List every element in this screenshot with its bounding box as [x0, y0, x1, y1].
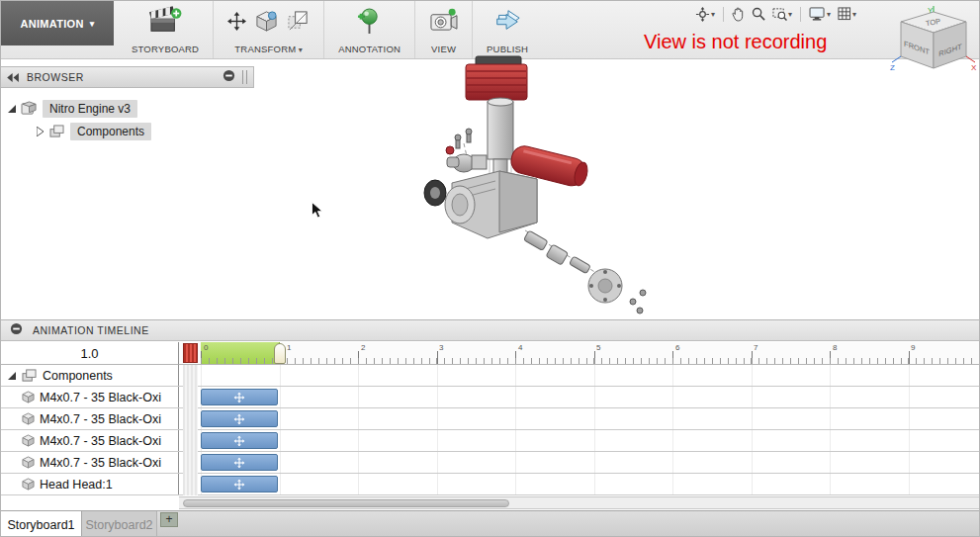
timeline-track[interactable] — [179, 474, 979, 494]
workspace-dropdown[interactable]: ANIMATION — [1, 1, 114, 45]
nav-separator — [800, 7, 801, 22]
minimize-timeline-icon[interactable] — [10, 321, 23, 339]
timeline-ruler[interactable]: 0 1 2 3 4 5 6 7 8 9 — [179, 342, 980, 365]
zoom-window-icon[interactable]: ▾ — [770, 5, 794, 23]
transform-action-bar[interactable] — [201, 476, 278, 492]
row-label: M4x0.7 - 35 Black-Oxi — [40, 391, 161, 404]
minimize-panel-icon[interactable] — [223, 68, 235, 86]
navigation-toolbar: ▾ ▾ ▾ ▾ — [693, 5, 858, 23]
bottom-bar: Storyboard1 Storyboard2 + — [1, 510, 979, 537]
svg-text:X: X — [971, 63, 977, 72]
tick-label: 7 — [754, 343, 757, 352]
ribbon-groups: STORYBOARD — [118, 1, 542, 58]
transform-action-bar[interactable] — [201, 389, 278, 405]
camera-view-icon[interactable] — [429, 8, 458, 38]
row-label-cell[interactable]: M4x0.7 - 35 Black-Oxi — [1, 430, 179, 451]
timeline-row-part: M4x0.7 - 35 Black-Oxi — [1, 430, 979, 452]
svg-text:Z: Z — [890, 63, 895, 72]
pre-roll-marker — [183, 343, 198, 363]
panel-drag-grip[interactable] — [242, 70, 247, 84]
tick-label: 4 — [518, 343, 522, 352]
zoom-window-caret-icon[interactable]: ▾ — [788, 10, 792, 19]
tick-label: 3 — [439, 343, 443, 352]
part-icon — [22, 434, 35, 447]
add-storyboard-button[interactable]: + — [160, 512, 178, 527]
expand-collapse-icon[interactable] — [34, 127, 45, 136]
grid-settings-icon[interactable]: ▾ — [836, 5, 858, 23]
tree-item-label[interactable]: Components — [70, 123, 151, 140]
timeline-title: ANIMATION TIMELINE — [33, 324, 149, 336]
tick-label: 8 — [833, 343, 837, 352]
publish-icon[interactable] — [491, 7, 523, 39]
timeline-row-part: M4x0.7 - 35 Black-Oxi — [1, 408, 979, 430]
grid-caret-icon[interactable]: ▾ — [852, 10, 856, 19]
timeline-track[interactable] — [179, 430, 979, 451]
move-icon[interactable] — [227, 12, 246, 35]
toolbar-ribbon: ANIMATION — [1, 1, 979, 59]
animation-timeline-header: ANIMATION TIMELINE — [1, 319, 979, 341]
recording-status-text: View is not recording — [644, 31, 827, 53]
row-label: M4x0.7 - 35 Black-Oxi — [40, 412, 161, 426]
tree-item-label[interactable]: Nitro Engine v3 — [43, 100, 137, 118]
row-label-cell[interactable]: M4x0.7 - 35 Black-Oxi — [1, 408, 179, 429]
nav-separator — [723, 7, 724, 22]
tree-item-components[interactable]: Components — [1, 120, 254, 142]
timeline-track[interactable] — [179, 408, 979, 429]
scrollbar-thumb[interactable] — [183, 499, 509, 507]
timeline-row-part: Head Head:1 — [1, 474, 979, 495]
workspace-label: ANIMATION — [20, 18, 83, 30]
tick-label: 6 — [675, 343, 679, 352]
tree-item-root[interactable]: Nitro Engine v3 — [1, 97, 254, 120]
row-label-cell[interactable]: Head Head:1 — [1, 474, 179, 494]
expand-collapse-icon[interactable] — [6, 105, 18, 113]
transform-action-bar[interactable] — [201, 454, 278, 471]
row-label: M4x0.7 - 35 Black-Oxi — [40, 434, 161, 448]
playhead-marker[interactable] — [274, 343, 286, 364]
part-icon — [22, 391, 35, 403]
restore-position-icon[interactable] — [287, 10, 310, 37]
orbit-tool-icon[interactable]: ▾ — [693, 5, 717, 23]
engine-3d-model[interactable] — [404, 52, 671, 325]
storyboard-group-label: STORYBOARD — [132, 44, 199, 54]
timeline-row-part: M4x0.7 - 35 Black-Oxi — [1, 387, 979, 408]
row-label-cell[interactable]: Components — [1, 365, 179, 386]
row-label-cell[interactable]: M4x0.7 - 35 Black-Oxi — [1, 452, 179, 473]
browser-tree: Nitro Engine v3 Components — [1, 88, 254, 142]
row-label: Head Head:1 — [40, 478, 113, 492]
group-view[interactable]: VIEW — [414, 1, 472, 58]
tab-storyboard2[interactable]: Storyboard2 — [82, 511, 157, 537]
group-annotation[interactable]: ANNOTATION — [323, 1, 414, 58]
group-publish[interactable]: PUBLISH — [472, 1, 542, 58]
display-settings-icon[interactable]: ▾ — [807, 5, 833, 23]
annotation-icon[interactable] — [357, 7, 382, 40]
group-storyboard[interactable]: STORYBOARD — [118, 1, 213, 58]
group-transform: TRANSFORM — [213, 1, 323, 58]
browser-header: BROWSER — [1, 66, 254, 88]
timeline-track[interactable] — [179, 365, 979, 386]
orbit-caret-icon[interactable]: ▾ — [711, 10, 715, 19]
svg-text:Y: Y — [928, 6, 934, 15]
tick-label: 2 — [361, 343, 365, 352]
zoom-tool-icon[interactable] — [750, 5, 767, 23]
timeline-track[interactable] — [179, 452, 979, 473]
transform-action-bar[interactable] — [201, 432, 278, 449]
timeline-row-components: Components — [1, 365, 979, 387]
tick-label: 9 — [911, 343, 915, 352]
pre-roll-column-shade — [183, 365, 198, 495]
transform-action-bar[interactable] — [201, 410, 278, 427]
transform-group-dropdown[interactable]: TRANSFORM — [234, 44, 303, 54]
storyboard-icon[interactable] — [148, 6, 182, 40]
timeline-track[interactable] — [179, 387, 979, 407]
components-folder-icon — [21, 369, 38, 383]
fusion-animation-window: ANIMATION — [0, 0, 980, 537]
row-label-cell[interactable]: M4x0.7 - 35 Black-Oxi — [1, 387, 179, 407]
annotation-group-label: ANNOTATION — [338, 44, 401, 54]
expand-collapse-icon[interactable] — [6, 372, 18, 380]
collapse-panel-icon[interactable] — [7, 68, 20, 86]
pan-hand-icon[interactable] — [730, 5, 747, 23]
tab-storyboard1[interactable]: Storyboard1 — [1, 511, 82, 537]
transform-components-icon[interactable] — [255, 10, 278, 37]
timeline-horizontal-scrollbar[interactable] — [179, 496, 980, 509]
viewcube[interactable]: TOP FRONT RIGHT Y Z X — [888, 5, 979, 88]
display-caret-icon[interactable]: ▾ — [827, 10, 831, 19]
